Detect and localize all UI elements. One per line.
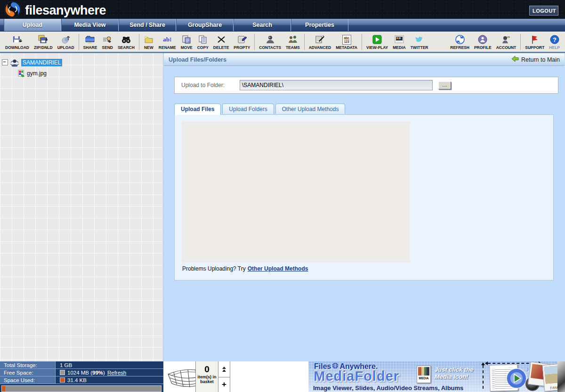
image-file-icon: [18, 70, 25, 77]
toolbar-button-move[interactable]: MOVE: [178, 33, 195, 50]
storage-row-value: 1 GB: [56, 361, 163, 368]
banner-title: MediaFolder: [314, 368, 399, 384]
storage-row-label: Free Space:: [0, 369, 56, 376]
tab-other-upload-methods[interactable]: Other Upload Methods: [275, 104, 346, 114]
toolbar-button-upload[interactable]: UPLOAD: [55, 33, 77, 50]
toolbar-button-delete[interactable]: DELETE: [211, 33, 232, 50]
storage-summary-panel: Total Storage:1 GBFree Space:1024 MB (99…: [0, 361, 163, 392]
storage-row-free-space: Free Space:1024 MB (99%)Refresh: [0, 369, 163, 376]
folder-tree-panel: SAMANDIRIELgym.jpg: [0, 53, 163, 361]
help-icon: ?: [549, 33, 560, 45]
logo-swirl-icon: [4, 0, 22, 20]
toolbar-group: REFRESHPROFILEACCOUNT: [448, 33, 518, 50]
refresh-storage-link[interactable]: Refresh: [107, 370, 126, 376]
storage-row-value: 1024 MB (99%)Refresh: [56, 369, 163, 376]
toolbar-button-twitter[interactable]: TWITTER: [408, 33, 431, 50]
toolbar-button-rename[interactable]: abIRENAME: [156, 33, 178, 50]
svg-text:?: ?: [553, 36, 557, 43]
teams-icon: [288, 33, 298, 45]
zip-download-icon: [38, 33, 48, 45]
toolbar-button-new[interactable]: NEW: [141, 33, 156, 50]
new-folder-icon: [144, 33, 154, 45]
toolbar-button-propty[interactable]: PROPTY: [231, 33, 252, 50]
toolbar-button-search[interactable]: SEARCH: [115, 33, 137, 50]
toolbar-group: NEWabIRENAMEMOVECOPYDELETEPROPTY: [141, 33, 252, 50]
toolbar-button-label: MOVE: [181, 45, 193, 50]
toolbar-button-account[interactable]: ACCOUNT: [494, 33, 519, 50]
media-chip-label: MEDIA: [417, 376, 430, 380]
basket-scroll-up-button[interactable]: [218, 361, 230, 377]
tree-item-gym-jpg[interactable]: gym.jpg: [18, 68, 163, 79]
upload-to-folder-panel: Upload to Folder: ....: [174, 77, 558, 94]
toolbar-button-contacts[interactable]: CONTACTS: [257, 33, 283, 50]
nav-tab-send-share[interactable]: Send / Share: [119, 19, 176, 31]
nav-tab-search[interactable]: Search: [234, 19, 291, 31]
toolbar-button-download[interactable]: DOWNLOAD: [3, 33, 32, 50]
toolbar-button-label: ADVANCED: [309, 45, 331, 50]
toolbar-button-metadata[interactable]: abc123METADATA: [333, 33, 360, 50]
basket-add-button[interactable]: +: [218, 377, 230, 392]
main-content: Upload Files/Folders Return to Main Uplo…: [163, 53, 565, 361]
browse-folder-button[interactable]: ....: [438, 81, 451, 89]
tree-collapse-toggle[interactable]: [2, 59, 8, 65]
tree-item-samandiriel[interactable]: SAMANDIRIEL: [2, 57, 163, 68]
tab-upload-files[interactable]: Upload Files: [174, 104, 221, 115]
toolbar-separator: [254, 34, 255, 50]
storage-usage-bar: [1, 385, 161, 392]
return-to-main-link[interactable]: Return to Main: [511, 56, 560, 64]
mediafolder-banner-ad[interactable]: Files Anywhere. MediaFolder Image Viewer…: [308, 361, 565, 392]
nav-tab-groupshare[interactable]: GroupShare: [176, 19, 234, 31]
toolbar-button-label: UPLOAD: [57, 45, 74, 50]
toolbar-button-send[interactable]: SEND: [99, 33, 115, 50]
search-icon: [121, 33, 131, 45]
toolbar-button-label: HELP: [549, 45, 560, 50]
media-icon: [394, 33, 404, 45]
toolbar-button-label: DELETE: [213, 45, 229, 50]
storage-row-total-storage: Total Storage:1 GB: [0, 361, 163, 369]
storage-swatch-icon: [60, 377, 65, 383]
problems-uploading-line: Problems Uploading? TryOther Upload Meth…: [182, 265, 308, 272]
other-upload-methods-link[interactable]: Other Upload Methods: [248, 265, 308, 272]
toolbar-button-teams[interactable]: TEAMS: [283, 33, 302, 50]
toolbar-button-label: VIEW-PLAY: [366, 45, 388, 50]
tree-item-label: SAMANDIRIEL: [21, 59, 62, 66]
return-to-main-label: Return to Main: [521, 56, 560, 63]
toolbar-button-zip-dnld[interactable]: ZIP!DNLD: [32, 33, 55, 50]
tab-upload-folders[interactable]: Upload Folders: [222, 104, 274, 114]
toolbar-button-label: TWITTER: [411, 45, 428, 50]
toolbar-button-support[interactable]: SUPPORT: [523, 33, 547, 50]
toolbar-button-share[interactable]: SHARE: [81, 33, 100, 50]
toolbar-button-profile[interactable]: PROFILE: [472, 33, 494, 50]
support-icon: [530, 33, 540, 45]
section-title-bar: Upload Files/Folders Return to Main: [164, 53, 565, 66]
logout-button[interactable]: LOGOUT: [529, 6, 558, 16]
toolbar-separator: [139, 34, 139, 50]
banner-tagline: Image Viewer, Slides, Audio/Video Stream…: [313, 384, 463, 392]
toolbar-button-copy[interactable]: COPY: [195, 33, 211, 50]
nav-tab-properties[interactable]: Properties: [291, 19, 348, 31]
toolbar-button-label: NEW: [144, 45, 153, 50]
basket-counter[interactable]: 0 item(s) in basket: [195, 361, 218, 392]
toolbar-group: SUPPORT?HELP: [523, 33, 562, 50]
toolbar-group: ADVANCEDabc123METADATA: [307, 33, 360, 50]
move-icon: [181, 33, 192, 45]
toolbar-button-help[interactable]: ?HELP: [547, 33, 562, 50]
toolbar-group: CONTACTSTEAMS: [257, 33, 302, 50]
upload-to-folder-label: Upload to Folder:: [181, 82, 240, 88]
basket-strip: 0 item(s) in basket + Files: [163, 361, 565, 392]
nav-tab-upload[interactable]: Upload: [4, 19, 61, 31]
toolbar-button-refresh[interactable]: REFRESH: [448, 33, 472, 50]
toolbar-button-advanced[interactable]: ADVANCED: [307, 33, 334, 50]
upload-files-panel: Problems Uploading? TryOther Upload Meth…: [174, 114, 554, 280]
toolbar-separator: [304, 34, 305, 50]
toolbar-button-label: SHARE: [83, 45, 97, 50]
flash-upload-area[interactable]: [182, 121, 410, 263]
toolbar-button-media[interactable]: MEDIA: [390, 33, 408, 50]
upload-folder-input[interactable]: [240, 80, 433, 90]
nav-tab-media-view[interactable]: Media View: [61, 19, 119, 31]
filesanywhere-app: filesanywhere LOGOUT UploadMedia ViewSen…: [0, 0, 565, 392]
storage-row-label: Space Used:: [0, 376, 56, 384]
toolbar-button-view-play[interactable]: VIEW-PLAY: [364, 33, 390, 50]
banner-photo-collage: T-BALL: [481, 361, 565, 392]
bottom-bar: Total Storage:1 GBFree Space:1024 MB (99…: [0, 361, 565, 392]
